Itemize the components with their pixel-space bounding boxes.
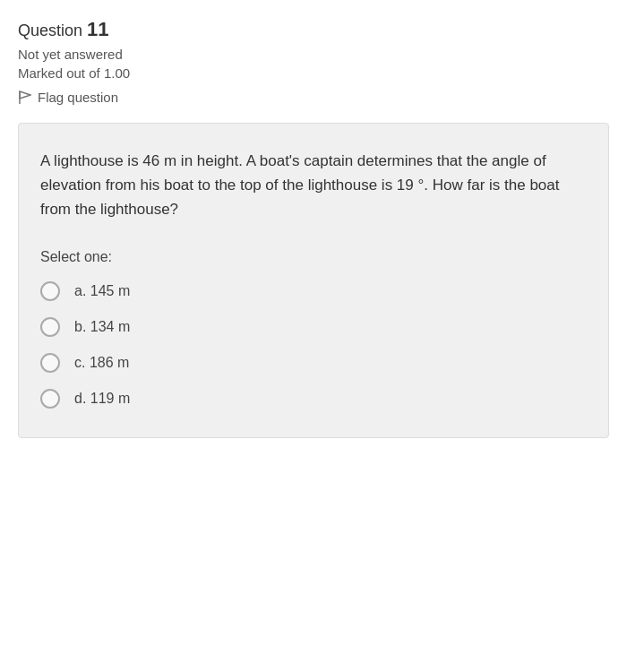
question-number: 11 xyxy=(87,18,108,40)
flag-icon xyxy=(18,90,32,105)
option-label-a: a. 145 m xyxy=(74,283,130,299)
question-marks: Marked out of 1.00 xyxy=(18,65,609,81)
option-label-b: b. 134 m xyxy=(74,319,130,335)
flag-label: Flag question xyxy=(38,90,118,105)
option-label-d: d. 119 m xyxy=(74,391,130,407)
question-status: Not yet answered xyxy=(18,47,609,62)
select-label: Select one: xyxy=(40,249,587,265)
option-label-c: c. 186 m xyxy=(74,355,129,371)
question-text: A lighthouse is 46 m in height. A boat's… xyxy=(40,149,587,222)
radio-c[interactable] xyxy=(40,353,60,373)
question-title-prefix: Question xyxy=(18,22,87,39)
flag-question-button[interactable]: Flag question xyxy=(18,90,609,105)
page-container: Question 11 Not yet answered Marked out … xyxy=(0,0,627,672)
question-body: A lighthouse is 46 m in height. A boat's… xyxy=(18,123,609,438)
option-item-d[interactable]: d. 119 m xyxy=(40,389,587,409)
question-title: Question 11 xyxy=(18,18,609,41)
radio-d[interactable] xyxy=(40,389,60,409)
option-item-c[interactable]: c. 186 m xyxy=(40,353,587,373)
option-item-b[interactable]: b. 134 m xyxy=(40,317,587,337)
radio-b[interactable] xyxy=(40,317,60,337)
question-header: Question 11 Not yet answered Marked out … xyxy=(18,18,609,105)
options-list: a. 145 mb. 134 mc. 186 md. 119 m xyxy=(40,281,587,409)
svg-marker-0 xyxy=(20,91,30,99)
option-item-a[interactable]: a. 145 m xyxy=(40,281,587,301)
radio-a[interactable] xyxy=(40,281,60,301)
